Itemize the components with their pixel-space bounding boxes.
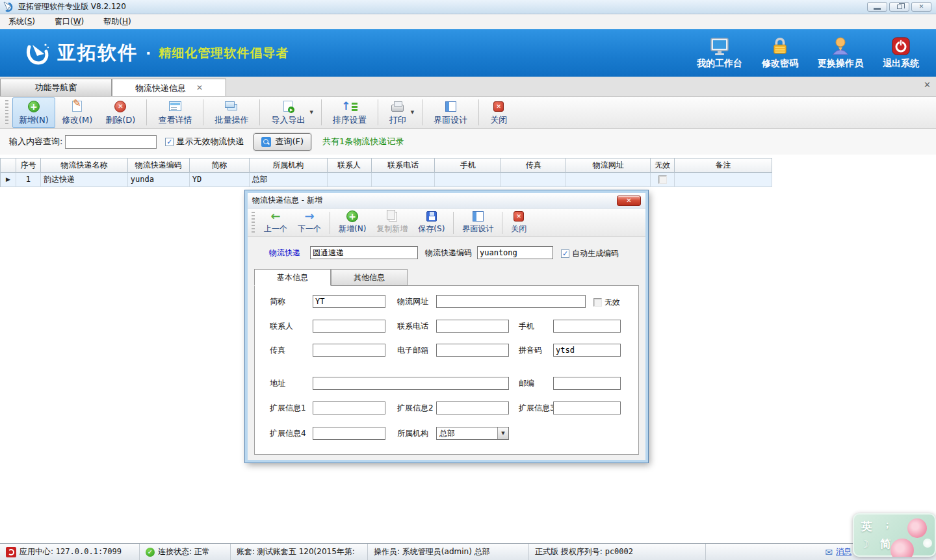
batch-windows-icon (225, 101, 235, 108)
tab-logistics-info[interactable]: 物流快递信息 ✕ (112, 79, 226, 96)
switch-operator-button[interactable]: 更换操作员 (818, 36, 863, 70)
toolbar-grip (5, 100, 8, 125)
show-invalid-checkbox[interactable]: ✓ 显示无效物流快递 (165, 136, 244, 147)
delete-button[interactable]: ✕ 删除(D) (99, 97, 142, 128)
column-header[interactable]: 传真 (501, 159, 566, 173)
restore-button[interactable] (889, 2, 909, 12)
auto-code-checkbox[interactable]: ✓ 自动生成编码 (561, 248, 619, 259)
column-header[interactable]: 序号 (16, 159, 41, 173)
print-dropdown-icon[interactable]: ▼ (411, 110, 414, 115)
brand-dot: · (146, 45, 151, 61)
query-button[interactable]: 查询(F) (254, 133, 311, 151)
change-password-button[interactable]: 修改密码 (762, 36, 798, 70)
toolbar-grip (252, 212, 255, 234)
column-header[interactable]: 所属机构 (250, 159, 328, 173)
ext1-input[interactable] (313, 401, 385, 414)
ui-design-button[interactable]: 界面设计 (427, 97, 474, 128)
email-input[interactable] (436, 344, 509, 357)
dialog-new-button[interactable]: + 新增(N) (333, 210, 371, 236)
import-export-button[interactable]: ▶ 导入导出 (265, 97, 311, 128)
ime-simplified-label[interactable]: 简 (880, 537, 891, 552)
menu-window[interactable]: 窗口(W) (55, 16, 84, 27)
brand-logo-icon (23, 40, 51, 67)
column-header[interactable]: 物流网址 (566, 159, 651, 173)
new-button[interactable]: + 新增(N) (12, 97, 55, 128)
menu-system[interactable]: 系统(S) (8, 16, 35, 27)
print-button[interactable]: 打印 (383, 97, 413, 128)
menu-help[interactable]: 帮助(H) (103, 16, 131, 27)
contact-input[interactable] (313, 320, 385, 333)
pinyin-label: 拼音码 (519, 344, 542, 357)
main-toolbar: + 新增(N) ✎ 修改(M) ✕ 删除(D) 查看详情 批量操作 ▶ 导入导出… (0, 96, 936, 129)
column-header[interactable]: 备注 (675, 159, 772, 173)
dialog-close-tool-button[interactable]: ✕ 关闭 (506, 210, 532, 236)
column-header[interactable]: 物流快递编码 (128, 159, 190, 173)
tab-nav-window[interactable]: 功能导航窗 (0, 79, 112, 96)
mobile-input[interactable] (553, 320, 621, 333)
address-input[interactable] (313, 377, 509, 390)
tab-basic-info[interactable]: 基本信息 (254, 269, 331, 286)
phone-input[interactable] (436, 320, 509, 333)
cell-org: 总部 (250, 173, 328, 187)
save-button[interactable]: 保存(S) (413, 210, 450, 236)
cell-invalid (651, 173, 675, 187)
close-tab-button[interactable]: ✕ 关闭 (484, 97, 514, 128)
minimize-button[interactable] (867, 2, 887, 12)
close-button[interactable]: ✕ (911, 2, 931, 12)
next-button[interactable]: → 下一个 (292, 210, 326, 236)
invalid-checkbox[interactable]: 无效 (593, 297, 620, 308)
checkbox-unchecked-icon (593, 298, 602, 307)
my-workbench-button[interactable]: 我的工作台 (697, 36, 742, 70)
fax-input[interactable] (313, 344, 385, 357)
column-header[interactable]: 联系人 (328, 159, 372, 173)
column-header[interactable]: 物流快递名称 (41, 159, 128, 173)
ext3-input[interactable] (553, 401, 621, 414)
copy-new-button[interactable]: 复制新增 (371, 210, 413, 236)
window-titlebar: 亚拓管理软件专业版 V8.2.120 ✕ (0, 0, 936, 14)
edit-button[interactable]: ✎ 修改(M) (55, 97, 99, 128)
org-combobox[interactable]: 总部 ▼ (436, 427, 509, 440)
column-header[interactable]: 简称 (190, 159, 250, 173)
search-label: 输入内容查询: (9, 136, 62, 147)
logistics-table: 序号 物流快递名称 物流快递编码 简称 所属机构 联系人 联系电话 手机 传真 … (0, 158, 772, 187)
logistics-name-input[interactable] (310, 246, 418, 259)
exit-system-button[interactable]: 退出系统 (883, 36, 919, 70)
close-icon: ✕ (919, 4, 924, 10)
pinyin-input[interactable] (553, 344, 621, 357)
batch-ops-button[interactable]: 批量操作 (208, 97, 255, 128)
ime-english-label[interactable]: 英 (861, 519, 872, 534)
ui-design-icon (445, 101, 456, 112)
dialog-ui-design-button[interactable]: 界面设计 (457, 210, 499, 236)
chevron-down-icon[interactable]: ▼ (497, 427, 508, 439)
ime-language-widget[interactable]: 英 ； ☽ 简 (853, 513, 936, 557)
ext4-input[interactable] (313, 427, 385, 440)
moon-icon[interactable]: ☽ (860, 538, 869, 550)
search-input[interactable] (65, 135, 157, 149)
view-detail-button[interactable]: 查看详情 (151, 97, 198, 128)
logistics-code-input[interactable] (477, 246, 553, 259)
table-row[interactable]: ▶ 1 韵达快递 yunda YD 总部 (1, 173, 772, 187)
tabstrip-close-icon[interactable]: ✕ (924, 80, 931, 90)
window-controls: ✕ (867, 2, 933, 12)
cell-seq: 1 (16, 173, 41, 187)
row-selector-icon: ▶ (1, 173, 16, 187)
abbr-input[interactable] (313, 295, 385, 308)
zip-input[interactable] (553, 377, 621, 390)
dialog-titlebar: 物流快递信息 - 新增 ✕ (248, 193, 645, 209)
tab-other-info[interactable]: 其他信息 (331, 269, 408, 286)
column-header[interactable]: 无效 (651, 159, 675, 173)
ime-punctuation-label[interactable]: ； (883, 519, 892, 531)
column-header[interactable]: 联系电话 (372, 159, 436, 173)
selector-header (1, 159, 16, 173)
dialog-close-button[interactable]: ✕ (617, 196, 641, 206)
previous-button[interactable]: ← 上一个 (259, 210, 292, 236)
import-export-dropdown-icon[interactable]: ▼ (309, 110, 313, 115)
column-header[interactable]: 手机 (435, 159, 501, 173)
tab-close-icon[interactable]: ✕ (196, 84, 203, 92)
ext2-input[interactable] (436, 401, 509, 414)
url-input[interactable] (436, 295, 586, 308)
toolbar-separator (259, 99, 260, 125)
message-link[interactable]: 消息 (836, 546, 852, 557)
sort-settings-button[interactable]: ↑ 排序设置 (326, 97, 373, 128)
brand-name: 亚拓软件 (57, 40, 138, 66)
